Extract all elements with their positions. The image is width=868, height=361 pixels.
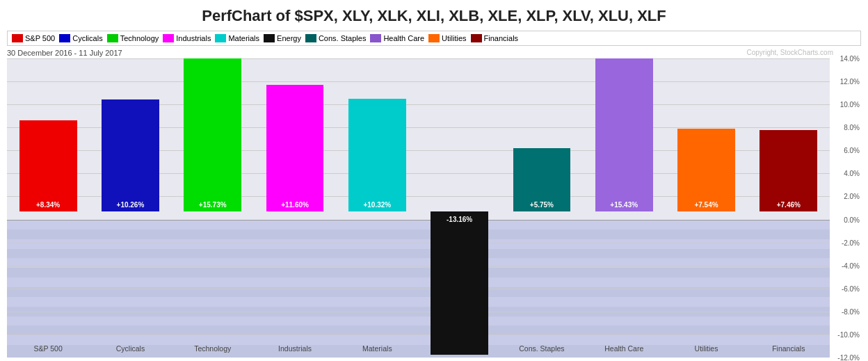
y-tick-label: -10.0% <box>837 330 860 338</box>
bar-group: +5.75% <box>501 58 583 342</box>
x-axis-label: Cyclicals <box>89 342 171 358</box>
y-tick-label: -4.0% <box>842 262 860 269</box>
legend-color <box>264 34 275 42</box>
bar-positive: +10.26% <box>102 99 159 211</box>
x-axis-label: Cons. Staples <box>501 342 583 358</box>
legend-label: Cyclicals <box>72 34 102 42</box>
chart-inner: S&P 500CyclicalsTechnologyIndustrialsMat… <box>7 58 830 358</box>
x-axis-label: Materials <box>336 342 418 358</box>
x-axis-label: S&P 500 <box>7 342 89 358</box>
legend-item: S&P 500 <box>12 34 55 42</box>
bar-value-label: +10.26% <box>102 201 159 209</box>
bar-group: +7.54% <box>665 58 747 342</box>
y-tick-label: 0.0% <box>844 216 860 223</box>
bar-value-label: +7.54% <box>677 201 735 209</box>
chart-body: S&P 500CyclicalsTechnologyIndustrialsMat… <box>7 58 861 358</box>
bar-positive: +7.46% <box>760 130 817 211</box>
bar-positive: +11.60% <box>266 85 324 211</box>
chart-container: PerfChart of $SPX, XLY, XLK, XLI, XLB, X… <box>0 0 868 361</box>
bar-group: +15.73% <box>172 58 254 342</box>
legend-color <box>59 34 70 42</box>
bar-value-label: +10.32% <box>348 201 406 209</box>
legend-item: Health Care <box>370 34 424 42</box>
bars-wrapper: +8.34%+10.26%+15.73%+11.60%+10.32%-13.16… <box>7 58 830 342</box>
bar-group: +7.46% <box>748 58 830 342</box>
y-tick-label: 4.0% <box>844 170 860 177</box>
y-axis-right: 14.0%12.0%10.0%8.0%6.0%4.0%2.0%0.0%-2.0%… <box>830 58 861 358</box>
bar-positive: +8.34% <box>19 120 77 211</box>
legend-item: Cyclicals <box>59 34 102 42</box>
legend-label: Technology <box>120 34 159 42</box>
y-tick-label: 2.0% <box>844 193 860 200</box>
legend-color <box>12 34 23 42</box>
legend-item: Industrials <box>163 34 211 42</box>
legend-label: Industrials <box>176 34 211 42</box>
legend-item: Cons. Staples <box>305 34 366 42</box>
bar-value-label: -13.16% <box>431 216 488 223</box>
x-axis-label: Utilities <box>665 342 747 358</box>
bar-value-label: +15.43% <box>595 201 653 209</box>
legend-color <box>305 34 316 42</box>
legend-label: Energy <box>277 34 301 42</box>
date-range: 30 December 2016 - 11 July 2017 <box>7 49 861 57</box>
chart-area: 30 December 2016 - 11 July 2017 Copyrigh… <box>7 49 861 358</box>
bar-positive: +7.54% <box>677 129 735 211</box>
legend-item: Utilities <box>428 34 466 42</box>
bar-group: +10.26% <box>89 58 171 342</box>
legend-item: Technology <box>107 34 159 42</box>
chart-title: PerfChart of $SPX, XLY, XLK, XLI, XLB, X… <box>7 7 861 25</box>
bar-value-label: +15.73% <box>184 201 241 209</box>
x-axis: S&P 500CyclicalsTechnologyIndustrialsMat… <box>7 342 830 358</box>
legend-color <box>107 34 118 42</box>
bar-value-label: +7.46% <box>760 201 817 209</box>
legend-label: Cons. Staples <box>319 34 366 42</box>
bar-positive: +15.73% <box>184 58 241 211</box>
bar-group: +15.43% <box>583 58 665 342</box>
bar-negative: -13.16% <box>431 211 488 355</box>
bar-group: +11.60% <box>254 58 336 342</box>
title-tickers: $SPX, XLY, XLK, XLI, XLB, XLE, XLP, XLV,… <box>294 7 666 24</box>
legend-item: Materials <box>215 34 259 42</box>
bar-value-label: +8.34% <box>19 201 77 209</box>
y-tick-label: 12.0% <box>840 78 860 86</box>
bar-group: +8.34% <box>7 58 89 342</box>
legend-color <box>163 34 174 42</box>
bar-positive: +5.75% <box>513 148 571 211</box>
bar-group: -13.16% <box>418 58 500 342</box>
title-prefix: PerfChart of <box>202 7 294 24</box>
legend: S&P 500CyclicalsTechnologyIndustrialsMat… <box>7 31 861 46</box>
legend-label: Financials <box>484 34 519 42</box>
legend-color <box>471 34 482 42</box>
legend-label: Health Care <box>383 34 424 42</box>
legend-color <box>215 34 226 42</box>
y-tick-label: -6.0% <box>842 284 860 292</box>
x-axis-label: Health Care <box>583 342 665 358</box>
bar-value-label: +11.60% <box>266 201 324 209</box>
legend-item: Energy <box>264 34 301 42</box>
legend-label: S&P 500 <box>25 34 55 42</box>
copyright: Copyright, StockCharts.com <box>747 49 834 56</box>
legend-label: Materials <box>228 34 259 42</box>
legend-color <box>370 34 381 42</box>
bar-positive: +10.32% <box>348 99 406 211</box>
bar-group: +10.32% <box>336 58 418 342</box>
y-tick-label: 8.0% <box>844 124 860 131</box>
y-tick-label: -2.0% <box>842 239 860 246</box>
legend-color <box>428 34 440 42</box>
legend-label: Utilities <box>442 34 466 42</box>
legend-item: Financials <box>471 34 519 42</box>
x-axis-label: Financials <box>748 342 830 358</box>
bar-positive: +15.43% <box>595 58 653 211</box>
x-axis-label: Industrials <box>254 342 336 358</box>
x-axis-label: Technology <box>172 342 254 358</box>
y-tick-label: 6.0% <box>844 147 860 154</box>
bar-value-label: +5.75% <box>513 201 571 209</box>
y-tick-label: -12.0% <box>837 354 860 362</box>
y-tick-label: 14.0% <box>840 55 860 63</box>
y-tick-label: -8.0% <box>842 307 860 315</box>
y-tick-label: 10.0% <box>840 101 860 109</box>
